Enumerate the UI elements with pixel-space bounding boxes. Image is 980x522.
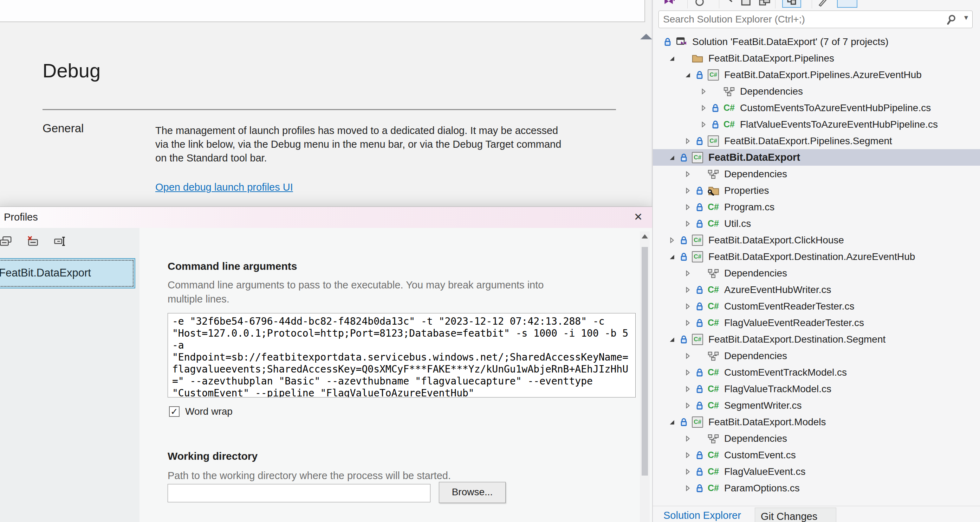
close-icon[interactable]: ✕ bbox=[634, 207, 643, 227]
profile-list-item[interactable]: FeatBit.DataExport bbox=[0, 258, 135, 289]
collapsed-arrow-icon[interactable] bbox=[684, 436, 691, 442]
editor-top-bar bbox=[0, 0, 645, 22]
tab-git-changes[interactable]: Git Changes bbox=[755, 508, 836, 522]
tree-item[interactable]: C#FlagValueEvent.cs bbox=[653, 463, 980, 480]
dependencies-icon bbox=[707, 169, 719, 179]
expanded-arrow-icon[interactable] bbox=[684, 72, 691, 78]
collapsed-arrow-icon[interactable] bbox=[684, 220, 691, 227]
collapsed-arrow-icon[interactable] bbox=[684, 369, 691, 376]
lock-icon bbox=[695, 70, 704, 80]
toolbar-separator bbox=[687, 0, 688, 8]
collapsed-arrow-icon[interactable] bbox=[684, 452, 691, 458]
open-debug-launch-profiles-link[interactable]: Open debug launch profiles UI bbox=[155, 182, 293, 193]
tree-item[interactable]: Dependencies bbox=[653, 430, 980, 447]
command-line-arguments-input[interactable]: -e "32f6be54-6796-44dd-bc82-f4824b0da13c… bbox=[168, 313, 636, 397]
search-options-chevron-icon[interactable]: ▾ bbox=[964, 13, 968, 22]
copy-doc-icon[interactable] bbox=[740, 0, 752, 8]
duplicate-profile-icon[interactable] bbox=[0, 235, 13, 247]
scrollbar-thumb[interactable] bbox=[642, 247, 648, 476]
collapsed-arrow-icon[interactable] bbox=[684, 204, 691, 210]
expanded-arrow-icon[interactable] bbox=[668, 155, 675, 161]
rename-profile-icon[interactable] bbox=[54, 235, 68, 247]
expanded-arrow-icon[interactable] bbox=[668, 336, 675, 343]
tree-item[interactable]: C#CustomEventReaderTester.cs bbox=[653, 298, 980, 314]
lock-icon bbox=[695, 219, 704, 228]
tree-item-label: Dependencies bbox=[724, 433, 787, 444]
pencil-icon[interactable] bbox=[817, 0, 828, 8]
tree-item[interactable]: C#FeatBit.DataExport.ClickHouse bbox=[653, 232, 980, 248]
vs-home-icon[interactable] bbox=[663, 0, 675, 8]
tree-item[interactable]: Dependencies bbox=[653, 348, 980, 364]
tree-item[interactable]: C#Util.cs bbox=[653, 215, 980, 232]
expanded-arrow-icon[interactable] bbox=[668, 419, 675, 425]
dialog-scrollbar[interactable] bbox=[640, 231, 650, 522]
collapsed-arrow-icon[interactable] bbox=[684, 320, 691, 326]
search-input[interactable] bbox=[663, 11, 934, 28]
tree-item[interactable]: C#FeatBit.DataExport.Destination.Segment bbox=[653, 331, 980, 348]
collapse-chevron-icon[interactable] bbox=[726, 0, 735, 8]
tree-item[interactable]: C#FlatValueEventsToAzureEventHubPipeline… bbox=[653, 116, 980, 132]
tree-item-label: FeatBit.DataExport.Destination.AzureEven… bbox=[708, 251, 915, 262]
collapsed-arrow-icon[interactable] bbox=[700, 105, 707, 111]
tree-item[interactable]: C#FeatBit.DataExport.Pipelines.AzureEven… bbox=[653, 67, 980, 83]
collapsed-arrow-icon[interactable] bbox=[684, 402, 691, 409]
tree-item[interactable]: C#Program.cs bbox=[653, 199, 980, 215]
tree-item[interactable]: Properties bbox=[653, 182, 980, 199]
tree-item[interactable]: C#CustomEventsToAzureEventHubPipeline.cs bbox=[653, 99, 980, 116]
collapsed-arrow-icon[interactable] bbox=[684, 353, 691, 359]
show-all-files-icon[interactable] bbox=[782, 0, 801, 8]
collapsed-arrow-icon[interactable] bbox=[668, 237, 675, 243]
word-wrap-checkbox[interactable]: ✓ bbox=[169, 406, 180, 417]
collapsed-arrow-icon[interactable] bbox=[700, 88, 707, 95]
dialog-titlebar[interactable]: Profiles ✕ bbox=[0, 207, 652, 228]
working-directory-description: Path to the working directory where the … bbox=[168, 469, 451, 483]
tree-item[interactable]: C#FeatBit.DataExport.Pipelines.Segment bbox=[653, 132, 980, 149]
toolbar-separator bbox=[812, 0, 812, 8]
collapsed-arrow-icon[interactable] bbox=[684, 469, 691, 475]
tree-item[interactable]: C#FeatBit.DataExport.Models bbox=[653, 413, 980, 430]
csproj-icon: C# bbox=[707, 136, 719, 147]
tree-item-label: CustomEventsToAzureEventHubPipeline.cs bbox=[740, 102, 931, 113]
scroll-up-arrow-icon[interactable] bbox=[640, 34, 652, 39]
csfile-icon: C# bbox=[707, 219, 719, 229]
tree-item[interactable]: Solution 'FeatBit.DataExport' (7 of 7 pr… bbox=[653, 34, 980, 50]
working-directory-input[interactable] bbox=[168, 484, 430, 502]
scrollbar-up-arrow-icon[interactable] bbox=[642, 234, 648, 238]
collapsed-arrow-icon[interactable] bbox=[684, 303, 691, 310]
tree-item[interactable]: C#FlagValueTrackModel.cs bbox=[653, 381, 980, 397]
tree-item-label: Dependencies bbox=[724, 169, 787, 180]
tree-item[interactable]: C#ParamOptions.cs bbox=[653, 480, 980, 496]
lock-icon bbox=[663, 37, 672, 46]
expanded-arrow-icon[interactable] bbox=[668, 254, 675, 260]
tree-item[interactable]: C#CustomEvent.cs bbox=[653, 447, 980, 463]
lock-icon bbox=[695, 467, 704, 476]
collapsed-arrow-icon[interactable] bbox=[684, 187, 691, 194]
tree-item[interactable]: C#CustomEventTrackModel.cs bbox=[653, 364, 980, 381]
search-icon[interactable] bbox=[946, 14, 957, 27]
solution-tree: Solution 'FeatBit.DataExport' (7 of 7 pr… bbox=[653, 34, 980, 496]
collapsed-arrow-icon[interactable] bbox=[684, 138, 691, 144]
tree-item[interactable]: Dependencies bbox=[653, 265, 980, 281]
delete-profile-icon[interactable] bbox=[26, 235, 40, 247]
expanded-arrow-icon[interactable] bbox=[668, 55, 675, 62]
collapsed-arrow-icon[interactable] bbox=[700, 121, 707, 128]
tab-solution-explorer[interactable]: Solution Explorer bbox=[663, 510, 741, 521]
collapsed-arrow-icon[interactable] bbox=[684, 270, 691, 276]
collapsed-arrow-icon[interactable] bbox=[684, 485, 691, 492]
collapsed-arrow-icon[interactable] bbox=[684, 171, 691, 177]
tree-item[interactable]: C#AzureEventHubWriter.cs bbox=[653, 281, 980, 298]
tree-item[interactable]: C#FlagValueEventReaderTester.cs bbox=[653, 314, 980, 331]
tree-item[interactable]: C#FeatBit.DataExport.Destination.AzureEv… bbox=[653, 248, 980, 265]
browse-button[interactable]: Browse... bbox=[439, 482, 506, 503]
collapsed-arrow-icon[interactable] bbox=[684, 386, 691, 392]
tree-item[interactable]: FeatBit.DataExport.Pipelines bbox=[653, 50, 980, 67]
tree-item[interactable]: C#SegmentWriter.cs bbox=[653, 397, 980, 413]
preview-selected-items-icon[interactable] bbox=[837, 0, 858, 8]
tree-item[interactable]: Dependencies bbox=[653, 83, 980, 99]
tree-item[interactable]: C#FeatBit.DataExport bbox=[653, 149, 980, 166]
sync-with-active-doc-icon[interactable] bbox=[758, 0, 771, 8]
collapsed-arrow-icon[interactable] bbox=[684, 287, 691, 293]
tree-item[interactable]: Dependencies bbox=[653, 166, 980, 182]
refresh-icon[interactable] bbox=[694, 0, 705, 8]
lock-icon bbox=[679, 153, 688, 162]
